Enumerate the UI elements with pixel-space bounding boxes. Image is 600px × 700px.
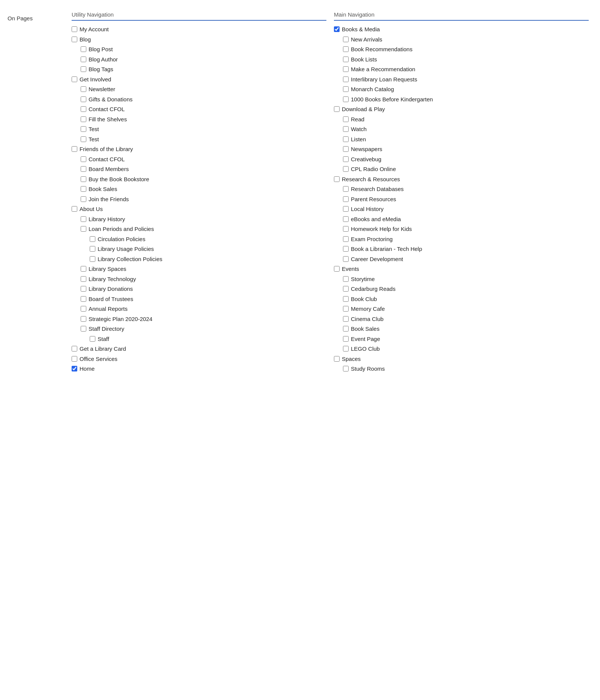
label-spaces[interactable]: Spaces [342,355,361,364]
label-fill-the-shelves[interactable]: Fill the Shelves [89,115,127,124]
label-newsletter[interactable]: Newsletter [89,85,115,94]
checkbox-study-rooms[interactable] [343,366,349,371]
checkbox-annual-reports[interactable] [81,306,86,312]
label-blog-tags[interactable]: Blog Tags [89,65,113,74]
label-monarch-catalog[interactable]: Monarch Catalog [351,85,394,94]
label-office-services[interactable]: Office Services [80,355,118,364]
checkbox-board-members[interactable] [81,166,86,172]
label-newspapers[interactable]: Newspapers [351,145,382,154]
checkbox-friends-library[interactable] [72,146,77,152]
label-library-usage[interactable]: Library Usage Policies [98,245,154,254]
label-library-spaces[interactable]: Library Spaces [89,265,126,274]
checkbox-research-resources[interactable] [334,176,340,182]
label-creativebug[interactable]: Creativebug [351,155,381,164]
label-make-recommendation[interactable]: Make a Recommendation [351,65,415,74]
label-board-of-trustees[interactable]: Board of Trustees [89,295,133,304]
checkbox-blog-post[interactable] [81,46,86,52]
label-cpl-radio[interactable]: CPL Radio Online [351,165,396,174]
label-board-members[interactable]: Board Members [89,165,129,174]
label-career-development[interactable]: Career Development [351,255,403,264]
label-book-sales-util[interactable]: Book Sales [89,185,117,194]
label-study-rooms[interactable]: Study Rooms [351,365,385,373]
checkbox-read[interactable] [343,116,349,122]
label-exam-proctoring[interactable]: Exam Proctoring [351,235,393,244]
label-staff-directory[interactable]: Staff Directory [89,325,124,333]
label-book-recommendations[interactable]: Book Recommendations [351,45,412,54]
checkbox-1000-books[interactable] [343,96,349,102]
label-buy-the-book[interactable]: Buy the Book Bookstore [89,175,149,184]
label-blog-post[interactable]: Blog Post [89,45,113,54]
label-library-donations[interactable]: Library Donations [89,285,133,293]
checkbox-library-usage[interactable] [90,246,95,252]
checkbox-home[interactable] [72,366,77,371]
checkbox-cedarburg-reads[interactable] [343,286,349,292]
label-interlibrary-loan[interactable]: Interlibrary Loan Requests [351,75,417,84]
label-research-databases[interactable]: Research Databases [351,185,404,194]
checkbox-loan-periods[interactable] [81,226,86,232]
label-download-play[interactable]: Download & Play [342,105,385,114]
checkbox-memory-cafe[interactable] [343,306,349,312]
label-gifts-donations[interactable]: Gifts & Donations [89,95,133,104]
label-lego-club[interactable]: LEGO Club [351,345,380,353]
label-watch[interactable]: Watch [351,125,367,134]
label-1000-books[interactable]: 1000 Books Before Kindergarten [351,95,433,104]
label-about-us[interactable]: About Us [80,205,103,214]
label-cedarburg-reads[interactable]: Cedarburg Reads [351,285,395,293]
label-my-account[interactable]: My Account [80,25,109,34]
checkbox-creativebug[interactable] [343,156,349,162]
label-cinema-club[interactable]: Cinema Club [351,315,384,324]
checkbox-book-lists[interactable] [343,57,349,62]
label-circulation-policies[interactable]: Circulation Policies [98,235,145,244]
checkbox-library-donations[interactable] [81,286,86,292]
label-research-resources[interactable]: Research & Resources [342,175,400,184]
checkbox-library-collection[interactable] [90,256,95,262]
label-homework-help[interactable]: Homework Help for Kids [351,225,412,234]
checkbox-download-play[interactable] [334,106,340,112]
checkbox-storytime[interactable] [343,276,349,282]
label-get-library-card[interactable]: Get a Library Card [80,345,126,353]
checkbox-book-librarian[interactable] [343,246,349,252]
label-event-page[interactable]: Event Page [351,335,380,344]
label-test-1[interactable]: Test [89,125,99,134]
checkbox-newspapers[interactable] [343,146,349,152]
checkbox-books-media[interactable] [334,26,340,32]
label-join-friends[interactable]: Join the Friends [89,195,129,204]
checkbox-lego-club[interactable] [343,346,349,352]
checkbox-test-1[interactable] [81,126,86,132]
checkbox-library-spaces[interactable] [81,266,86,272]
label-friends-library[interactable]: Friends of the Library [80,145,133,154]
checkbox-homework-help[interactable] [343,226,349,232]
label-test-2[interactable]: Test [89,135,99,144]
label-listen[interactable]: Listen [351,135,366,144]
checkbox-join-friends[interactable] [81,196,86,202]
checkbox-strategic-plan[interactable] [81,316,86,322]
label-library-history[interactable]: Library History [89,215,125,224]
checkbox-events[interactable] [334,266,340,272]
checkbox-buy-the-book[interactable] [81,176,86,182]
checkbox-gifts-donations[interactable] [81,96,86,102]
checkbox-about-us[interactable] [72,206,77,212]
checkbox-board-of-trustees[interactable] [81,296,86,302]
checkbox-test-2[interactable] [81,136,86,142]
checkbox-get-involved[interactable] [72,76,77,82]
checkbox-staff-directory[interactable] [81,326,86,332]
checkbox-contact-cfol-1[interactable] [81,106,86,112]
checkbox-book-club[interactable] [343,296,349,302]
checkbox-new-arrivals[interactable] [343,37,349,42]
checkbox-my-account[interactable] [72,26,77,32]
label-books-media[interactable]: Books & Media [342,25,380,34]
label-strategic-plan[interactable]: Strategic Plan 2020-2024 [89,315,152,324]
checkbox-ebooks-emedia[interactable] [343,216,349,222]
checkbox-fill-the-shelves[interactable] [81,116,86,122]
checkbox-career-development[interactable] [343,256,349,262]
label-library-collection[interactable]: Library Collection Policies [98,255,162,264]
checkbox-book-sales-util[interactable] [81,186,86,192]
checkbox-blog[interactable] [72,37,77,42]
label-book-club[interactable]: Book Club [351,295,377,304]
checkbox-office-services[interactable] [72,356,77,362]
checkbox-get-library-card[interactable] [72,346,77,352]
label-book-librarian[interactable]: Book a Librarian - Tech Help [351,245,422,254]
checkbox-library-history[interactable] [81,216,86,222]
checkbox-book-recommendations[interactable] [343,46,349,52]
label-blog-author[interactable]: Blog Author [89,55,118,64]
